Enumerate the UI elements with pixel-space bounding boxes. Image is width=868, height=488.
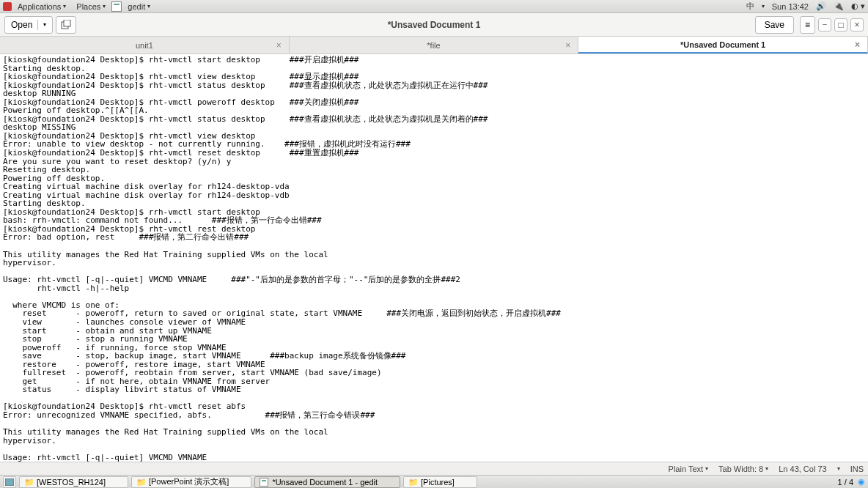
folder-icon: 📁 (24, 478, 33, 487)
volume-icon[interactable]: 🔊 (816, 1, 826, 11)
tabwidth-selector[interactable]: Tab Width: 8▾ (718, 465, 768, 473)
show-desktop-button[interactable] (3, 476, 16, 488)
workspace-indicator[interactable]: 1 / 4 (838, 478, 853, 487)
gedit-icon (260, 478, 268, 487)
applications-menu[interactable]: Applications▾ (13, 2, 70, 11)
open-button[interactable]: Open▾ (4, 16, 53, 34)
battery-icon[interactable]: 🔌 (834, 1, 844, 11)
editor-textarea[interactable]: [kiosk@foundation24 Desktop]$ rht-vmctl … (0, 54, 868, 462)
chevron-down-icon: ▾ (705, 465, 708, 472)
gedit-app-icon (111, 1, 122, 12)
chevron-down-icon: ▾ (103, 3, 106, 10)
chevron-down-icon: ▾ (43, 21, 46, 28)
clock[interactable]: Sun 13:42 (772, 2, 809, 11)
hamburger-icon: ≡ (805, 20, 810, 30)
notification-icon[interactable]: ◉ (858, 477, 865, 487)
syntax-selector[interactable]: Plain Text▾ (669, 465, 709, 473)
tab-bar: unit1× *file× *Unsaved Document 1× (0, 37, 868, 54)
bottom-panel: 📁[WESTOS_RH124] 📁[PowerPoint 演示文稿] *Unsa… (0, 475, 868, 488)
close-button[interactable]: × (850, 18, 864, 32)
tab-unit1[interactable]: unit1× (0, 37, 290, 53)
task-pictures[interactable]: 📁[Pictures] (403, 476, 477, 488)
input-method-indicator[interactable]: 中 (746, 1, 754, 12)
close-icon[interactable]: × (565, 40, 570, 51)
chevron-down-icon: ▾ (765, 465, 768, 472)
chevron-down-icon: ▾ (147, 3, 150, 10)
tab-unsaved-document-1[interactable]: *Unsaved Document 1× (578, 37, 868, 53)
document-title: *Unsaved Document 1 (388, 20, 481, 30)
top-panel: Applications▾ Places▾ gedit▾ 中▾ Sun 13:4… (0, 0, 868, 13)
svg-rect-2 (5, 478, 14, 486)
close-icon[interactable]: × (855, 40, 860, 50)
hamburger-menu-button[interactable]: ≡ (800, 16, 815, 34)
distro-logo-icon (3, 2, 12, 11)
chevron-down-icon: ▾ (63, 3, 66, 10)
tab-file[interactable]: *file× (290, 37, 579, 53)
task-gedit[interactable]: *Unsaved Document 1 - gedit (254, 476, 400, 488)
gedit-menu[interactable]: gedit▾ (123, 2, 155, 11)
save-button[interactable]: Save (755, 16, 794, 34)
folder-icon: 📁 (408, 478, 417, 487)
statusbar: Plain Text▾ Tab Width: 8▾ Ln 43, Col 73 … (0, 462, 868, 475)
close-icon[interactable]: × (276, 40, 282, 51)
folder-icon: 📁 (136, 478, 145, 487)
user-menu[interactable]: ◐ ▾ (851, 1, 865, 11)
chevron-down-icon[interactable]: ▾ (837, 465, 840, 472)
task-westos[interactable]: 📁[WESTOS_RH124] (19, 476, 128, 488)
cursor-position: Ln 43, Col 73 (779, 465, 826, 473)
minimize-button[interactable]: － (818, 18, 831, 32)
toolbar: Open▾ *Unsaved Document 1 Save ≡ － □ × (0, 13, 868, 37)
chevron-down-icon: ▾ (762, 3, 765, 10)
new-tab-button[interactable] (56, 16, 76, 34)
task-powerpoint[interactable]: 📁[PowerPoint 演示文稿] (131, 476, 251, 488)
places-menu[interactable]: Places▾ (72, 2, 110, 11)
insert-mode[interactable]: INS (850, 465, 864, 473)
svg-rect-1 (64, 20, 70, 26)
maximize-button[interactable]: □ (834, 18, 847, 32)
